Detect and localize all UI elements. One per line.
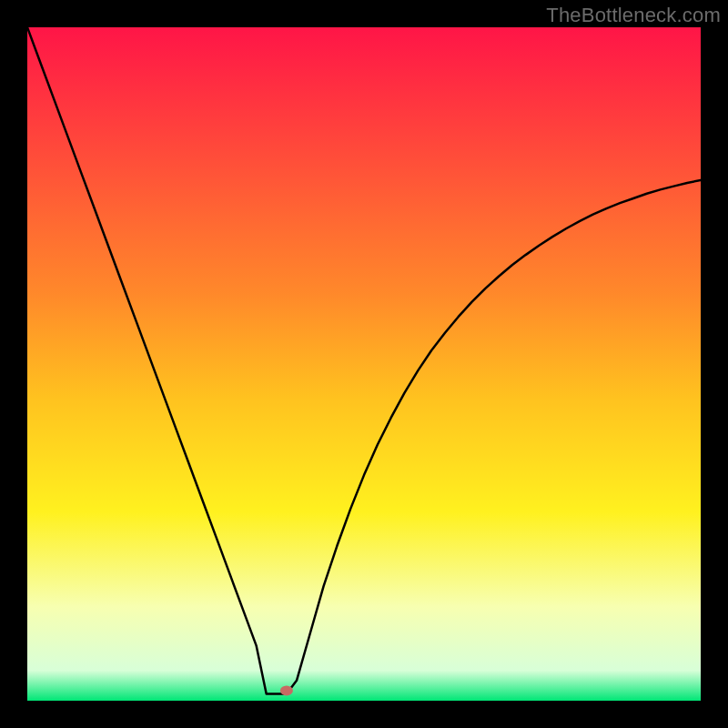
bottleneck-chart xyxy=(27,27,701,701)
plot-area xyxy=(27,27,701,701)
optimum-marker xyxy=(280,685,293,695)
chart-frame: TheBottleneck.com xyxy=(0,0,728,728)
gradient-background xyxy=(27,27,701,701)
watermark-text: TheBottleneck.com xyxy=(546,4,721,27)
